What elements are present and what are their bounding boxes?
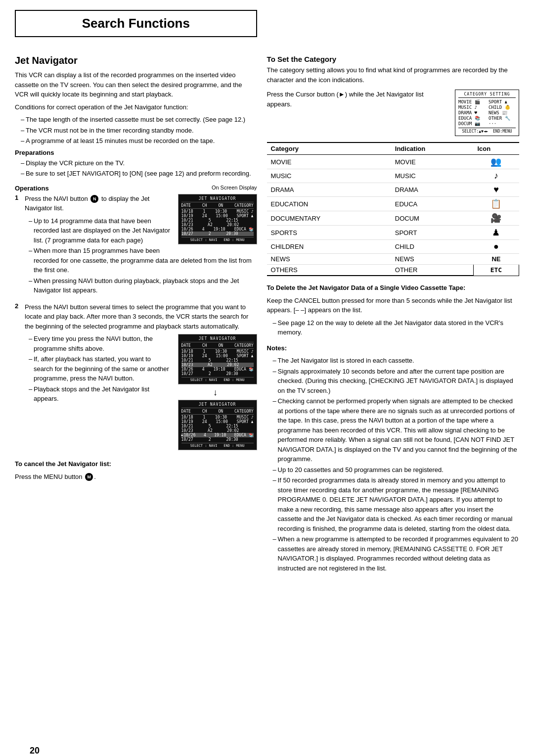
note-item: The Jet Navigator list is stored in each… [273,356,519,366]
step1-substeps: Up to 14 programme data that have been r… [29,216,257,295]
step1-sub-item: When more than 15 programmes have been r… [29,246,257,275]
indication-cell: DOCUM [391,211,474,226]
page-number: 20 [30,746,40,756]
table-row: DOCUMENTARY DOCUM 🎥 [267,211,519,226]
step2-sub-item: If, after playback has started, you want… [29,354,257,383]
cat-setting-title: CATEGORY SETTING [458,92,516,98]
step2-text: Press the NAVI button several times to s… [25,302,257,331]
category-cell: MOVIE [267,155,391,169]
indication-cell: DRAMA [391,183,474,197]
table-row: NEWS NEWS NE [267,254,519,265]
operations-title: Operations [15,185,49,192]
icon-cell: ♪ [473,169,519,183]
set-category-heading: To Set the Category [267,55,519,63]
jet-navigator-intro: This VCR can display a list of the recor… [15,70,257,99]
set-category-intro: The category setting allows you to find … [267,65,519,85]
note-item: Signals approximately 10 seconds before … [273,367,519,396]
notes-list: The Jet Navigator list is stored in each… [273,356,519,573]
note-item: When a new programme is attempted to be … [273,534,519,573]
indication-cell: CHILD [391,240,474,254]
cat-setting-grid: MOVIE 🎬SPORT ♟ MUSIC ♪CHILD 👶 DRAMA ♥NEW… [458,99,516,126]
step2-sub-item: Playback stops and the Jet Navigator lis… [29,384,257,404]
indication-cell: EDUCA [391,197,474,211]
delete-text: Keep the CANCEL button pressed for more … [267,296,519,315]
step2-substeps: Every time you press the NAVI button, th… [29,334,257,404]
indication-cell: MOVIE [391,155,474,169]
note-item: Checking cannot be performed properly wh… [273,396,519,464]
step-number: 1 [15,194,22,201]
category-cell: CHILDREN [267,240,391,254]
category-cell: SPORTS [267,226,391,240]
note-item: If 50 recorded programmes data is alread… [273,475,519,533]
conditions-label: Conditions for correct operation of the … [15,102,257,112]
indication-cell: SPORT [391,226,474,240]
preparation-item: Be sure to set [JET NAVIGATOR] to [ON] (… [21,169,257,179]
icon-cell: 📋 [473,197,519,211]
condition-item: The VCR must not be in the timer recordi… [21,126,257,136]
category-cell: DRAMA [267,183,391,197]
condition-item: The tape length of the inserted cassette… [21,115,257,125]
indication-cell: MUSIC [391,169,474,183]
step2-sub-item: Every time you press the NAVI button, th… [29,334,257,353]
table-row: MOVIE MOVIE 👥 [267,155,519,169]
indication-cell: NEWS [391,254,474,265]
notes-title: Notes: [267,343,519,353]
icon-cell: 🎥 [473,211,519,226]
delete-sub-item: See page 12 on the way to delete all the… [273,318,519,337]
cat-setting-footer: SELECT:▲▼◄► END:MENU [458,128,516,134]
preparations-list: Display the VCR picture on the TV. Be su… [21,158,257,179]
col-header-category: Category [267,142,391,155]
step-number: 2 [15,302,22,310]
category-cell: DOCUMENTARY [267,211,391,226]
cancel-text: Press the MENU button M. [15,472,257,482]
category-cell: OTHERS [267,265,391,276]
category-setting-box: CATEGORY SETTING MOVIE 🎬SPORT ♟ MUSIC ♪C… [455,90,519,136]
icon-cell: ♥ [473,183,519,197]
table-row: DRAMA DRAMA ♥ [267,183,519,197]
indication-cell: OTHER [391,265,474,276]
menu-button-icon: M [85,473,93,481]
delete-sub-list: See page 12 on the way to delete all the… [273,318,519,337]
icon-cell: 👥 [473,155,519,169]
osd-label: On Screen Display [212,185,257,190]
category-cell: MUSIC [267,169,391,183]
conditions-list: The tape length of the inserted cassette… [21,115,257,146]
jet-navigator-heading: Jet Navigator [15,55,257,66]
preparation-item: Display the VCR picture on the TV. [21,158,257,168]
table-row: MUSIC MUSIC ♪ [267,169,519,183]
table-row: SPORTS SPORT ♟ [267,226,519,240]
condition-item: A programme of at least 15 minutes must … [21,136,257,146]
icon-cell: ● [473,240,519,254]
category-cell: EDUCATION [267,197,391,211]
navi-button-icon: N [90,195,98,203]
icon-cell: ♟ [473,226,519,240]
cancel-label: To cancel the Jet Navigator list: [15,459,257,469]
preparations-title: Preparations [15,149,257,156]
cursor-text: Press the Cursor button (►) while the Je… [267,90,450,109]
table-row: OTHERS OTHER ETC [267,265,519,276]
icon-cell: ETC [473,265,519,276]
note-item: Up to 20 cassettes and 50 programmes can… [273,465,519,475]
page-title: Search Functions [15,10,257,37]
step1-sub-item: When pressing NAVI button during playbac… [29,276,257,295]
step1-sub-item: Up to 14 programme data that have been r… [29,216,257,245]
category-table: Category Indication Icon MOVIE MOVIE 👥 M… [267,142,519,276]
table-row: EDUCATION EDUCA 📋 [267,197,519,211]
osd-screen-3: JET NAVIGATOR DATECHONCATEGORY 10/18110:… [178,400,257,450]
col-header-icon: Icon [473,142,519,155]
delete-section-title: To Delete the Jet Navigator Data of a Si… [267,283,519,293]
icon-cell: NE [473,254,519,265]
category-cell: NEWS [267,254,391,265]
table-row: CHILDREN CHILD ● [267,240,519,254]
col-header-indication: Indication [391,142,474,155]
